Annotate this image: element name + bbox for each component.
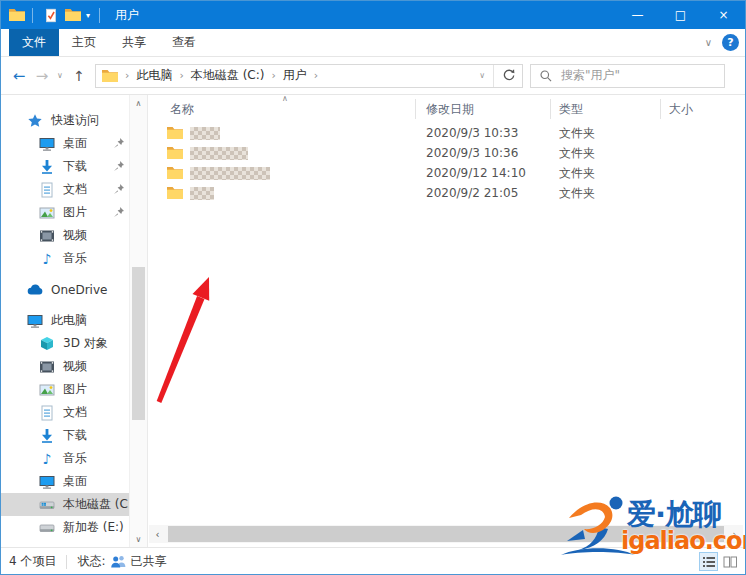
- up-button[interactable]: ↑: [67, 64, 91, 88]
- column-header-size[interactable]: 大小: [661, 99, 745, 119]
- sidebar-item-pictures[interactable]: 图片: [1, 201, 129, 224]
- pictures-icon: [39, 382, 55, 398]
- tab-view[interactable]: 查看: [159, 29, 209, 56]
- tab-share[interactable]: 共享: [109, 29, 159, 56]
- breadcrumb[interactable]: › 此电脑 › 本地磁盘 (C:) › 用户 › ∨: [95, 64, 523, 88]
- help-button[interactable]: ?: [722, 34, 739, 51]
- desktop-icon: [39, 136, 55, 152]
- sidebar-scrollbar[interactable]: ∧ ∨: [129, 95, 147, 547]
- recent-locations-dropdown[interactable]: ∨: [53, 64, 67, 88]
- details-view-button[interactable]: [699, 552, 718, 571]
- sidebar-item-this-pc[interactable]: 此电脑: [1, 309, 129, 332]
- minimize-button[interactable]: —: [616, 1, 659, 29]
- drive-icon: [39, 520, 55, 536]
- search-input[interactable]: 搜索"用户": [530, 64, 725, 88]
- window-title: 用户: [115, 7, 139, 24]
- refresh-icon: [501, 68, 516, 83]
- ribbon-expand-icon[interactable]: ∨: [705, 37, 712, 48]
- back-button[interactable]: ←: [7, 64, 31, 88]
- explorer-window: ▾ 用户 — □ × 文件 主页 共享 查看 ∨ ? ← → ∨ ↑ › 此电脑…: [0, 0, 746, 575]
- refresh-button[interactable]: [494, 68, 522, 83]
- sidebar-item-videos-pc[interactable]: 视频: [1, 355, 129, 378]
- column-header-type[interactable]: 类型: [551, 99, 661, 119]
- horizontal-scrollbar[interactable]: ‹ ›: [149, 525, 743, 543]
- search-icon: [539, 69, 553, 83]
- sidebar-item-desktop-pc[interactable]: 桌面: [1, 470, 129, 493]
- pin-icon: [113, 183, 125, 195]
- sidebar-item-new-volume-e[interactable]: 新加卷 (E:): [1, 516, 129, 539]
- tab-file[interactable]: 文件: [9, 29, 59, 56]
- close-button[interactable]: ×: [702, 1, 745, 29]
- sidebar-item-documents-pc[interactable]: 文档: [1, 401, 129, 424]
- app-folder-icon: [9, 8, 25, 22]
- scrollbar-thumb[interactable]: [168, 526, 724, 542]
- videos-icon: [39, 359, 55, 375]
- sidebar-item-documents[interactable]: 文档: [1, 178, 129, 201]
- file-row[interactable]: 2020/9/3 10:36 文件夹: [148, 143, 745, 163]
- divider: [66, 555, 67, 569]
- breadcrumb-this-pc[interactable]: 此电脑: [136, 67, 172, 84]
- scrollbar-thumb[interactable]: [132, 267, 145, 421]
- column-header-date[interactable]: 修改日期: [416, 99, 551, 119]
- music-note-icon: ♪: [39, 251, 55, 267]
- title-bar: ▾ 用户 — □ ×: [1, 1, 745, 29]
- breadcrumb-local-disk-c[interactable]: 本地磁盘 (C:): [191, 67, 265, 84]
- divider: [99, 8, 100, 23]
- sidebar-item-local-disk-c[interactable]: 本地磁盘 (C:): [1, 493, 129, 516]
- drive-c-icon: [39, 497, 55, 513]
- pin-icon: [113, 160, 125, 172]
- address-bar: ← → ∨ ↑ › 此电脑 › 本地磁盘 (C:) › 用户 › ∨ 搜索"用户…: [1, 57, 745, 95]
- address-dropdown-icon[interactable]: ∨: [471, 71, 493, 80]
- status-label: 状态:: [77, 553, 105, 570]
- pin-icon: [113, 137, 125, 149]
- location-folder-icon: [102, 69, 118, 83]
- scroll-left-arrow[interactable]: ‹: [149, 529, 166, 540]
- qat-properties-button[interactable]: [40, 3, 62, 27]
- sidebar-item-downloads[interactable]: 下载: [1, 155, 129, 178]
- forward-button[interactable]: →: [31, 64, 53, 88]
- sidebar-item-music[interactable]: ♪ 音乐: [1, 247, 129, 270]
- scroll-up-arrow[interactable]: ∧: [130, 95, 147, 111]
- desktop-icon: [39, 474, 55, 490]
- sidebar-item-quick-access[interactable]: 快速访问: [1, 109, 129, 132]
- file-row[interactable]: 2020/9/2 21:05 文件夹: [148, 183, 745, 203]
- properties-check-icon: [44, 8, 58, 23]
- tab-home[interactable]: 主页: [59, 29, 109, 56]
- breadcrumb-chevron[interactable]: ›: [179, 69, 183, 82]
- folder-icon: [167, 126, 183, 140]
- qat-customize-dropdown[interactable]: ▾: [86, 11, 90, 20]
- sidebar-item-downloads-pc[interactable]: 下载: [1, 424, 129, 447]
- sidebar-item-music-pc[interactable]: ♪ 音乐: [1, 447, 129, 470]
- shared-status: 已共享: [131, 553, 167, 570]
- details-view-icon: [701, 554, 717, 570]
- file-list-pane: ∧ 名称 修改日期 类型 大小 2020/9/3 10:33 文件夹: [148, 95, 745, 547]
- search-placeholder: 搜索"用户": [561, 67, 620, 84]
- main-area: 快速访问 桌面 下载 文档 图片: [1, 95, 745, 547]
- breadcrumb-chevron: ›: [125, 69, 129, 82]
- file-row[interactable]: 2020/9/12 14:10 文件夹: [148, 163, 745, 183]
- thumbnail-view-button[interactable]: [720, 552, 739, 571]
- sidebar-item-pictures-pc[interactable]: 图片: [1, 378, 129, 401]
- cube-icon: [39, 336, 55, 352]
- sidebar-item-desktop[interactable]: 桌面: [1, 132, 129, 155]
- file-row[interactable]: 2020/9/3 10:33 文件夹: [148, 123, 745, 143]
- download-icon: [39, 428, 55, 444]
- scroll-right-arrow[interactable]: ›: [726, 529, 743, 540]
- sidebar-item-videos[interactable]: 视频: [1, 224, 129, 247]
- document-icon: [39, 182, 55, 198]
- sidebar-item-onedrive[interactable]: OneDrive: [1, 278, 129, 301]
- breadcrumb-chevron[interactable]: ›: [314, 69, 318, 82]
- divider: [32, 8, 33, 23]
- sidebar-item-3d-objects[interactable]: 3D 对象: [1, 332, 129, 355]
- status-bar: 4 个项目 状态: 已共享: [1, 547, 745, 575]
- folder-icon: [167, 166, 183, 180]
- this-pc-icon: [27, 313, 43, 329]
- scroll-down-arrow[interactable]: ∨: [130, 531, 147, 547]
- redacted-folder-name: [190, 127, 220, 140]
- ribbon-tab-bar: 文件 主页 共享 查看 ∨ ?: [1, 29, 745, 57]
- breadcrumb-users[interactable]: 用户: [283, 67, 307, 84]
- breadcrumb-chevron[interactable]: ›: [271, 69, 275, 82]
- pictures-icon: [39, 205, 55, 221]
- qat-new-folder-button[interactable]: [62, 3, 84, 27]
- maximize-button[interactable]: □: [659, 1, 702, 29]
